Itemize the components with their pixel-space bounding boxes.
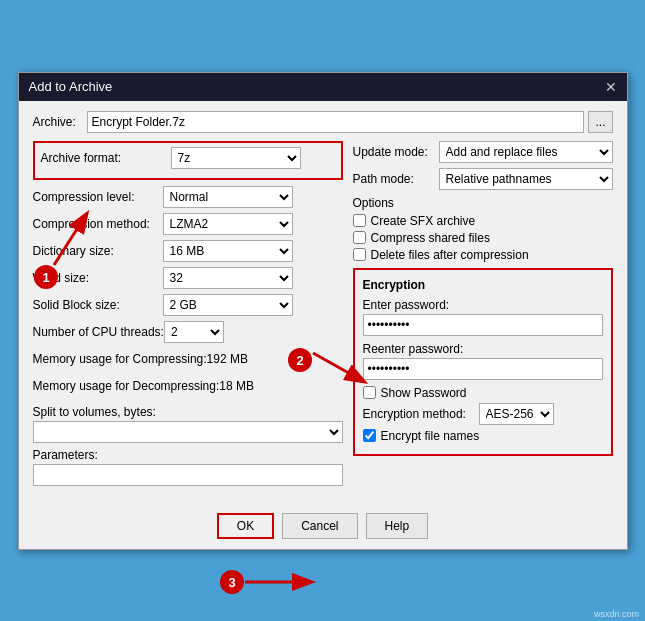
word-size-select[interactable]: 32 [163, 267, 293, 289]
enc-method-select[interactable]: AES-256 [479, 403, 554, 425]
encryption-box: Encryption Enter password: Reenter passw… [353, 268, 613, 456]
archive-filename-input[interactable] [87, 111, 585, 133]
opt3-row: Delete files after compression [353, 248, 613, 262]
compression-level-row: Compression level: Normal [33, 186, 343, 208]
add-to-archive-dialog: Add to Archive ✕ Archive: ... Archive fo… [18, 72, 628, 550]
dictionary-size-row: Dictionary size: 16 MB [33, 240, 343, 262]
cpu-threads-label: Number of CPU threads: [33, 325, 164, 339]
enc-names-checkbox[interactable] [363, 429, 376, 442]
bottom-section: Split to volumes, bytes: Parameters: [33, 405, 343, 486]
cpu-threads-row: Number of CPU threads: 2 [33, 321, 343, 343]
split-select[interactable] [33, 421, 343, 443]
options-title: Options [353, 196, 613, 210]
right-panel: Update mode: Add and replace files Path … [353, 141, 613, 491]
mem-decompress-value: 18 MB [219, 379, 254, 393]
browse-button[interactable]: ... [588, 111, 612, 133]
close-button[interactable]: ✕ [605, 79, 617, 95]
enter-pw-label: Enter password: [363, 298, 603, 312]
enc-method-row: Encryption method: AES-256 [363, 403, 603, 425]
show-pw-label: Show Password [381, 386, 467, 400]
compression-method-select[interactable]: LZMA2 [163, 213, 293, 235]
title-bar: Add to Archive ✕ [19, 73, 627, 101]
ok-button[interactable]: OK [217, 513, 274, 539]
compression-method-label: Compression method: [33, 217, 163, 231]
path-mode-row: Path mode: Relative pathnames [353, 168, 613, 190]
archive-format-label: Archive format: [41, 151, 171, 165]
mem-decompress-label: Memory usage for Decompressing: [33, 379, 220, 393]
help-button[interactable]: Help [366, 513, 429, 539]
dictionary-size-label: Dictionary size: [33, 244, 163, 258]
opt1-checkbox[interactable] [353, 214, 366, 227]
cpu-threads-select[interactable]: 2 [164, 321, 224, 343]
split-label: Split to volumes, bytes: [33, 405, 343, 419]
opt2-checkbox[interactable] [353, 231, 366, 244]
archive-input-wrap: ... [87, 111, 613, 133]
opt3-label: Delete files after compression [371, 248, 529, 262]
opt2-label: Compress shared files [371, 231, 490, 245]
show-pw-checkbox[interactable] [363, 386, 376, 399]
mem-compress-label: Memory usage for Compressing: [33, 352, 207, 366]
mem-compress-value: 192 MB [207, 352, 248, 366]
params-row: Parameters: [33, 448, 343, 486]
dialog-title: Add to Archive [29, 79, 113, 94]
options-group: Options Create SFX archive Compress shar… [353, 196, 613, 262]
watermark: wsxdn.com [594, 609, 639, 619]
left-panel: Archive format: 7z Compression level: No… [33, 141, 343, 491]
update-mode-row: Update mode: Add and replace files [353, 141, 613, 163]
main-area: Archive format: 7z Compression level: No… [33, 141, 613, 491]
reenter-pw-input[interactable] [363, 358, 603, 380]
enc-method-label: Encryption method: [363, 407, 473, 421]
archive-row: Archive: ... [33, 111, 613, 133]
solid-block-select[interactable]: 2 GB [163, 294, 293, 316]
path-mode-select[interactable]: Relative pathnames [439, 168, 613, 190]
enter-pw-input[interactable] [363, 314, 603, 336]
enc-names-row: Encrypt file names [363, 429, 603, 443]
opt1-row: Create SFX archive [353, 214, 613, 228]
word-size-label: Word size: [33, 271, 163, 285]
opt2-row: Compress shared files [353, 231, 613, 245]
opt3-checkbox[interactable] [353, 248, 366, 261]
dictionary-size-select[interactable]: 16 MB [163, 240, 293, 262]
opt1-label: Create SFX archive [371, 214, 476, 228]
solid-block-row: Solid Block size: 2 GB [33, 294, 343, 316]
mem-decompress-row: Memory usage for Decompressing: 18 MB [33, 375, 343, 397]
split-row: Split to volumes, bytes: [33, 405, 343, 443]
word-size-row: Word size: 32 [33, 267, 343, 289]
mem-compress-row: Memory usage for Compressing: 192 MB [33, 348, 343, 370]
path-mode-label: Path mode: [353, 172, 433, 186]
archive-format-select[interactable]: 7z [171, 147, 301, 169]
solid-block-label: Solid Block size: [33, 298, 163, 312]
dialog-content: Archive: ... Archive format: 7z [19, 101, 627, 501]
reenter-pw-label: Reenter password: [363, 342, 603, 356]
compression-method-row: Compression method: LZMA2 [33, 213, 343, 235]
compression-level-label: Compression level: [33, 190, 163, 204]
footer: OK Cancel Help [19, 501, 627, 549]
encryption-title: Encryption [363, 278, 603, 292]
cancel-button[interactable]: Cancel [282, 513, 357, 539]
params-label: Parameters: [33, 448, 343, 462]
compression-level-select[interactable]: Normal [163, 186, 293, 208]
enc-names-label: Encrypt file names [381, 429, 480, 443]
update-mode-select[interactable]: Add and replace files [439, 141, 613, 163]
archive-label: Archive: [33, 115, 81, 129]
badge-3: 3 [220, 570, 244, 594]
update-mode-label: Update mode: [353, 145, 433, 159]
params-input[interactable] [33, 464, 343, 486]
archive-format-box: Archive format: 7z [33, 141, 343, 180]
archive-format-row: Archive format: 7z [41, 147, 335, 169]
show-pw-row: Show Password [363, 386, 603, 400]
